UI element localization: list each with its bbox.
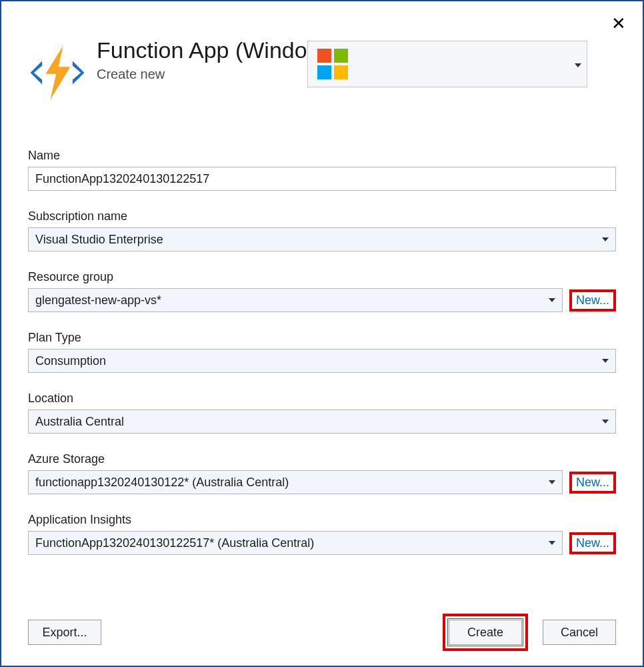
svg-marker-0	[45, 46, 70, 100]
form-body: Name FunctionApp1320240130122517 Subscri…	[1, 102, 643, 555]
resource-group-value: glengatest-new-app-vs*	[35, 293, 161, 307]
location-select[interactable]: Australia Central	[28, 410, 616, 434]
export-button[interactable]: Export...	[28, 620, 101, 645]
app-insights-new-link[interactable]: New...	[569, 532, 616, 554]
app-insights-value: FunctionApp1320240130122517* (Australia …	[35, 536, 314, 550]
app-insights-select[interactable]: FunctionApp1320240130122517* (Australia …	[28, 531, 563, 555]
storage-new-link[interactable]: New...	[569, 472, 616, 494]
chevron-down-icon	[602, 420, 609, 424]
create-function-app-dialog: ✕ Function App (Windo Create new Name	[0, 0, 644, 667]
plan-type-select[interactable]: Consumption	[28, 349, 616, 373]
chevron-down-icon	[549, 298, 555, 302]
storage-select[interactable]: functionapp1320240130122* (Australia Cen…	[28, 470, 563, 494]
app-insights-label: Application Insights	[28, 513, 616, 527]
plan-type-value: Consumption	[35, 354, 106, 368]
subscription-label: Subscription name	[28, 209, 616, 223]
resource-group-select[interactable]: glengatest-new-app-vs*	[28, 288, 563, 312]
location-value: Australia Central	[35, 415, 124, 429]
chevron-down-icon	[602, 237, 609, 241]
chevron-down-icon	[602, 359, 609, 363]
account-selector[interactable]	[307, 41, 587, 87]
resource-group-label: Resource group	[28, 270, 616, 284]
close-icon[interactable]: ✕	[611, 15, 626, 32]
subscription-select[interactable]: Visual Studio Enterprise	[28, 227, 616, 251]
chevron-down-icon	[549, 480, 555, 484]
dialog-header: Function App (Windo Create new	[1, 1, 643, 102]
storage-label: Azure Storage	[28, 452, 616, 466]
resource-group-new-link[interactable]: New...	[569, 289, 616, 311]
chevron-down-icon	[549, 541, 555, 545]
subscription-value: Visual Studio Enterprise	[35, 233, 163, 247]
create-button[interactable]: Create	[449, 620, 522, 645]
dialog-footer: Export... Create Cancel	[28, 614, 616, 651]
azure-functions-icon	[28, 43, 87, 102]
plan-type-label: Plan Type	[28, 331, 616, 345]
storage-value: functionapp1320240130122* (Australia Cen…	[35, 476, 289, 490]
name-label: Name	[28, 149, 616, 163]
name-input[interactable]: FunctionApp1320240130122517	[28, 167, 616, 191]
chevron-down-icon	[575, 63, 581, 67]
microsoft-logo-icon	[317, 49, 348, 79]
location-label: Location	[28, 392, 616, 406]
cancel-button[interactable]: Cancel	[543, 620, 616, 645]
dialog-title: Function App (Windo	[97, 38, 307, 63]
name-value: FunctionApp1320240130122517	[35, 172, 209, 186]
dialog-subtitle: Create new	[97, 67, 307, 82]
